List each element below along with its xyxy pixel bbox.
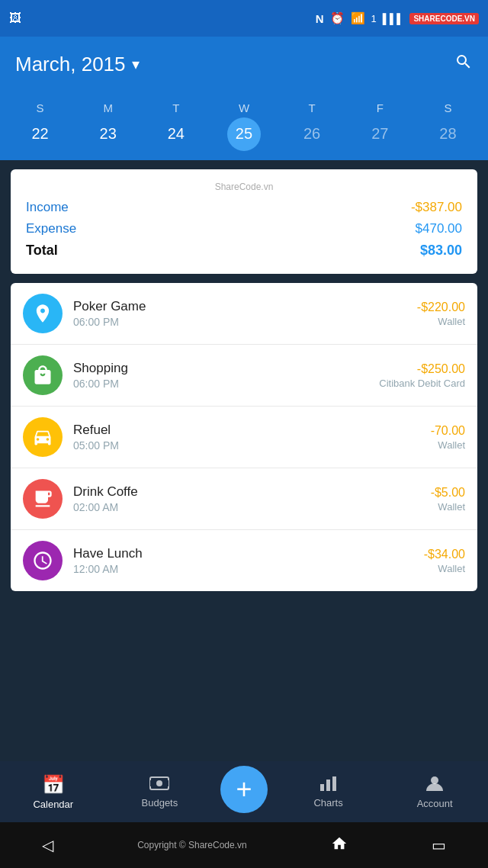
day-number: 27 bbox=[363, 117, 396, 151]
transaction-name: Drink Coffe bbox=[73, 484, 420, 500]
total-row: Total $83.00 bbox=[26, 240, 462, 262]
calendar-day[interactable]: W25 bbox=[214, 101, 274, 151]
transaction-time: 05:00 PM bbox=[73, 439, 420, 452]
day-name: M bbox=[103, 101, 113, 114]
nav-budgets[interactable]: Budgets bbox=[114, 775, 205, 809]
list-item[interactable]: Poker Game 06:00 PM -$220.00 Wallet bbox=[11, 283, 477, 345]
transaction-details: Shopping 06:00 PM bbox=[73, 361, 368, 390]
day-name: T bbox=[172, 101, 179, 114]
summary-card: ShareCode.vn Income -$387.00 Expense $47… bbox=[11, 169, 477, 274]
home-button[interactable] bbox=[331, 835, 348, 856]
clock-icon bbox=[23, 541, 63, 580]
poker-icon bbox=[23, 294, 63, 333]
nav-charts-label: Charts bbox=[313, 797, 342, 809]
expense-label: Expense bbox=[26, 221, 76, 236]
svg-rect-3 bbox=[165, 780, 169, 786]
day-number: 28 bbox=[431, 117, 464, 151]
transaction-amount: -$220.00 bbox=[417, 301, 465, 314]
transaction-details: Have Lunch 12:00 AM bbox=[73, 546, 413, 575]
calendar-day[interactable]: F27 bbox=[349, 101, 410, 151]
nav-charts[interactable]: Charts bbox=[283, 775, 374, 809]
list-item[interactable]: Shopping 06:00 PM -$250.00 Citibank Debi… bbox=[11, 345, 477, 407]
calendar-day[interactable]: M23 bbox=[78, 101, 139, 151]
watermark: ShareCode.vn bbox=[26, 182, 462, 192]
total-label: Total bbox=[26, 243, 58, 259]
day-number: 25 bbox=[227, 117, 261, 151]
network-icon: 1 bbox=[371, 13, 377, 24]
expense-value: $470.00 bbox=[416, 221, 462, 236]
list-item[interactable]: Have Lunch 12:00 AM -$34.00 Wallet bbox=[11, 530, 477, 591]
header: March, 2015 ▾ bbox=[0, 37, 488, 92]
status-bar: 🖼 N ⏰ 📶 1 ▌▌▌ SHARECODE.VN bbox=[0, 0, 488, 37]
transaction-details: Drink Coffe 02:00 AM bbox=[73, 484, 420, 513]
coffee-icon bbox=[23, 479, 63, 519]
transaction-details: Refuel 05:00 PM bbox=[73, 423, 420, 452]
income-row: Income -$387.00 bbox=[26, 197, 462, 218]
nfc-icon: N bbox=[316, 12, 324, 25]
transaction-wallet: Wallet bbox=[431, 439, 465, 451]
add-transaction-button[interactable]: + bbox=[220, 766, 268, 813]
income-value: -$387.00 bbox=[411, 200, 462, 215]
day-name: S bbox=[444, 101, 451, 114]
transaction-name: Shopping bbox=[73, 361, 368, 376]
transaction-name: Poker Game bbox=[73, 299, 406, 314]
nav-budgets-label: Budgets bbox=[142, 797, 178, 809]
calendar-day[interactable]: S28 bbox=[417, 101, 478, 151]
day-name: F bbox=[377, 101, 384, 114]
transaction-wallet: Wallet bbox=[417, 316, 465, 327]
expense-row: Expense $470.00 bbox=[26, 218, 462, 240]
total-value: $83.00 bbox=[420, 243, 462, 259]
svg-rect-4 bbox=[320, 784, 324, 791]
list-item[interactable]: Drink Coffe 02:00 AM -$5.00 Wallet bbox=[11, 468, 477, 530]
transactions-card: Poker Game 06:00 PM -$220.00 Wallet Shop… bbox=[11, 283, 477, 591]
transaction-amount: -$250.00 bbox=[379, 362, 465, 376]
back-button[interactable]: ◁ bbox=[42, 836, 53, 854]
transaction-name: Refuel bbox=[73, 423, 420, 438]
recent-button[interactable]: ▭ bbox=[432, 836, 446, 854]
sharecode-badge: SHARECODE.VN bbox=[409, 13, 479, 24]
transaction-right: -$250.00 Citibank Debit Card bbox=[379, 362, 465, 389]
calendar-day[interactable]: S22 bbox=[10, 101, 71, 151]
transaction-wallet: Wallet bbox=[424, 563, 465, 574]
car-icon bbox=[23, 417, 63, 457]
search-icon[interactable] bbox=[454, 53, 473, 76]
transaction-right: -$5.00 Wallet bbox=[431, 486, 465, 513]
transaction-time: 06:00 PM bbox=[73, 316, 406, 328]
month-title[interactable]: March, 2015 ▾ bbox=[15, 53, 140, 76]
alarm-icon: ⏰ bbox=[330, 11, 345, 25]
month-label: March, 2015 bbox=[15, 53, 126, 76]
wifi-icon: 📶 bbox=[351, 11, 365, 25]
transaction-wallet: Wallet bbox=[431, 501, 465, 513]
svg-point-1 bbox=[156, 780, 162, 786]
svg-rect-6 bbox=[332, 776, 336, 791]
svg-point-7 bbox=[431, 776, 438, 784]
android-nav-bar: ◁ Copyright © ShareCode.vn ▭ bbox=[0, 822, 488, 868]
transaction-amount: -70.00 bbox=[431, 424, 465, 438]
chevron-down-icon: ▾ bbox=[132, 55, 140, 73]
transaction-right: -$220.00 Wallet bbox=[417, 301, 465, 327]
transaction-amount: -$5.00 bbox=[431, 486, 465, 500]
transaction-time: 02:00 AM bbox=[73, 501, 420, 513]
calendar-day[interactable]: T24 bbox=[146, 101, 207, 151]
transaction-time: 06:00 PM bbox=[73, 378, 368, 390]
list-item[interactable]: Refuel 05:00 PM -70.00 Wallet bbox=[11, 407, 477, 468]
income-label: Income bbox=[26, 200, 69, 215]
nav-calendar[interactable]: 📅 Calendar bbox=[8, 774, 99, 810]
bottom-nav: 📅 Calendar Budgets + Charts bbox=[0, 761, 488, 822]
shopping-icon bbox=[23, 355, 63, 395]
nav-account[interactable]: Account bbox=[389, 774, 480, 809]
image-icon: 🖼 bbox=[9, 11, 21, 25]
day-number: 24 bbox=[159, 117, 193, 151]
calendar-day[interactable]: T26 bbox=[281, 101, 342, 151]
day-name: T bbox=[309, 101, 316, 114]
transaction-time: 12:00 AM bbox=[73, 563, 413, 575]
charts-icon bbox=[319, 775, 339, 794]
transaction-name: Have Lunch bbox=[73, 546, 413, 561]
budgets-icon bbox=[149, 775, 169, 794]
transaction-right: -70.00 Wallet bbox=[431, 424, 465, 451]
svg-rect-2 bbox=[150, 780, 153, 786]
transaction-details: Poker Game 06:00 PM bbox=[73, 299, 406, 328]
transaction-wallet: Citibank Debit Card bbox=[379, 378, 465, 389]
svg-rect-5 bbox=[326, 780, 330, 791]
plus-icon: + bbox=[236, 776, 252, 803]
